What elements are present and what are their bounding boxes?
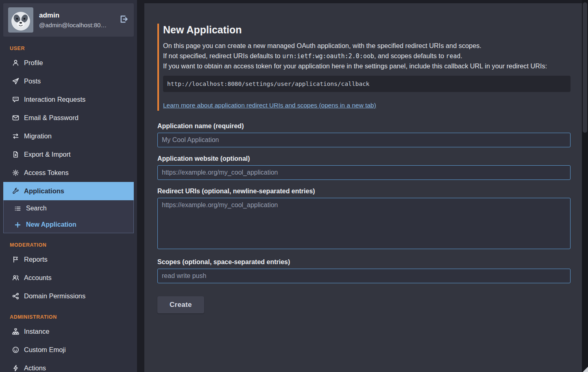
learn-more-link[interactable]: Learn more about application redirect UR… bbox=[163, 102, 376, 109]
sidebar-item-label: Export & Import bbox=[24, 151, 71, 158]
sidebar-item-domain-permissions[interactable]: Domain Permissions bbox=[3, 287, 134, 305]
sidebar-item-posts[interactable]: Posts bbox=[3, 72, 134, 90]
scopes-label: Scopes (optional, space-separated entrie… bbox=[157, 258, 571, 266]
application-website-input[interactable] bbox=[157, 165, 571, 180]
flag-icon bbox=[11, 256, 20, 263]
sidebar-item-label: Posts bbox=[24, 77, 41, 85]
sidebar-item-label: Instance bbox=[24, 328, 49, 335]
submenu-item-label: New Application bbox=[26, 221, 76, 228]
smiley-icon bbox=[11, 346, 20, 353]
sidebar-item-label: Accounts bbox=[24, 274, 52, 282]
sitemap-icon bbox=[11, 328, 20, 335]
wrench-icon bbox=[11, 188, 20, 195]
envelope-icon bbox=[11, 114, 20, 121]
page-title: New Application bbox=[163, 24, 571, 36]
vertical-scrollbar[interactable] bbox=[582, 0, 588, 372]
read-code: read bbox=[446, 53, 460, 60]
list-icon bbox=[13, 205, 22, 212]
sidebar: admin @admin@localhost:80… USER Profile … bbox=[0, 0, 137, 372]
sidebar-item-label: Profile bbox=[24, 59, 43, 67]
intro-line-3: If you want to obtain an access token fo… bbox=[163, 61, 571, 71]
scopes-field: Scopes (optional, space-separated entrie… bbox=[157, 258, 571, 283]
application-website-field: Application website (optional) bbox=[157, 155, 571, 180]
users-icon bbox=[11, 274, 20, 281]
sidebar-item-custom-emoji[interactable]: Custom Emoji bbox=[3, 341, 134, 359]
sidebar-item-applications[interactable]: Applications bbox=[3, 182, 134, 200]
section-header-administration: ADMINISTRATION bbox=[10, 314, 134, 320]
sidebar-item-migration[interactable]: Migration bbox=[3, 127, 134, 145]
scopes-input[interactable] bbox=[157, 269, 571, 283]
user-handle: @admin@localhost:80… bbox=[39, 22, 107, 28]
intro-section: New Application On this page you can cre… bbox=[157, 24, 571, 111]
logout-icon[interactable] bbox=[119, 15, 128, 25]
user-name: admin bbox=[39, 11, 107, 20]
redirect-uris-field: Redirect URIs (optional, newline-separat… bbox=[157, 187, 571, 251]
sidebar-item-label: Access Tokens bbox=[24, 169, 69, 177]
avatar bbox=[8, 7, 33, 33]
sidebar-item-label: Reports bbox=[24, 256, 48, 263]
callback-url: http://localhost:8080/settings/user/appl… bbox=[167, 81, 370, 87]
sidebar-item-label: Actions bbox=[24, 364, 46, 372]
plus-icon bbox=[13, 221, 22, 228]
submenu-item-new-application[interactable]: New Application bbox=[4, 217, 133, 233]
intro-line-1: On this page you can create a new manage… bbox=[163, 41, 571, 51]
redirect-uris-textarea[interactable] bbox=[157, 198, 571, 249]
resize-corner-icon bbox=[583, 367, 588, 372]
sidebar-item-label: Applications bbox=[24, 187, 64, 195]
sidebar-item-profile[interactable]: Profile bbox=[3, 54, 134, 72]
user-card[interactable]: admin @admin@localhost:80… bbox=[3, 3, 134, 37]
application-name-field: Application name (required) bbox=[157, 122, 571, 147]
redirect-uris-label: Redirect URIs (optional, newline-separat… bbox=[157, 187, 571, 195]
application-name-input[interactable] bbox=[157, 133, 571, 147]
sidebar-item-instance[interactable]: Instance bbox=[3, 322, 134, 341]
token-sun-icon bbox=[11, 169, 20, 176]
applications-submenu: Search New Application bbox=[3, 200, 134, 233]
section-header-user: USER bbox=[10, 46, 134, 51]
sidebar-item-actions[interactable]: Actions bbox=[3, 359, 134, 372]
callback-url-code-block: http://localhost:8080/settings/user/appl… bbox=[163, 76, 571, 92]
scrollbar-thumb[interactable] bbox=[583, 2, 587, 133]
main-panel: New Application On this page you can cre… bbox=[144, 3, 582, 372]
new-application-form: Application name (required) Application … bbox=[157, 122, 571, 313]
transfer-arrows-icon bbox=[11, 133, 20, 140]
bolt-icon bbox=[11, 365, 20, 372]
sidebar-item-label: Interaction Requests bbox=[24, 96, 85, 103]
sidebar-item-interaction-requests[interactable]: Interaction Requests bbox=[3, 90, 134, 109]
speech-bubble-icon bbox=[11, 96, 20, 103]
intro-line-2: If not specified, redirect URIs defaults… bbox=[163, 51, 571, 61]
sidebar-item-reports[interactable]: Reports bbox=[3, 250, 134, 269]
create-button[interactable]: Create bbox=[157, 296, 204, 313]
sidebar-item-access-tokens[interactable]: Access Tokens bbox=[3, 164, 134, 182]
paper-plane-icon bbox=[11, 78, 20, 85]
oob-code: urn:ietf:wg:oauth:2.0:oob bbox=[282, 53, 374, 60]
share-nodes-icon bbox=[11, 293, 20, 300]
submenu-item-label: Search bbox=[26, 205, 47, 212]
application-website-label: Application website (optional) bbox=[157, 155, 571, 163]
sidebar-item-label: Domain Permissions bbox=[24, 292, 85, 300]
sidebar-item-accounts[interactable]: Accounts bbox=[3, 269, 134, 287]
sidebar-item-export-import[interactable]: Export & Import bbox=[3, 145, 134, 164]
application-name-label: Application name (required) bbox=[157, 122, 571, 130]
sidebar-item-label: Migration bbox=[24, 132, 52, 140]
sidebar-item-label: Email & Password bbox=[24, 114, 78, 122]
section-header-moderation: MODERATION bbox=[10, 242, 134, 248]
sidebar-item-label: Custom Emoji bbox=[24, 346, 66, 354]
user-icon bbox=[11, 59, 20, 66]
submenu-item-search[interactable]: Search bbox=[4, 200, 133, 217]
sidebar-item-email-password[interactable]: Email & Password bbox=[3, 109, 134, 127]
file-export-icon bbox=[11, 151, 20, 158]
